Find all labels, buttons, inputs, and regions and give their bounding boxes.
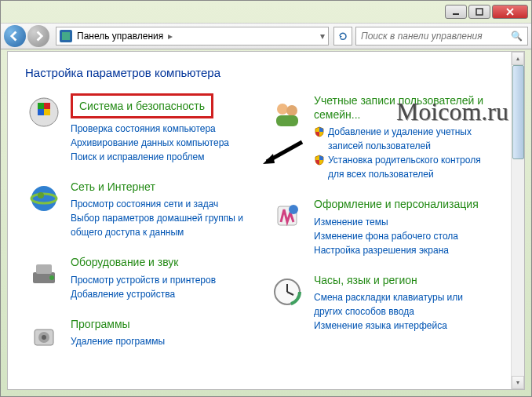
svg-point-17 xyxy=(277,104,288,115)
search-icon[interactable]: 🔍 xyxy=(511,31,523,42)
scroll-up-button[interactable]: ▴ xyxy=(512,52,524,65)
address-bar[interactable]: Панель управления ▸ ▾ xyxy=(56,27,329,46)
right-column: Учетные записи пользователей и семейн...… xyxy=(268,93,488,370)
forward-button[interactable] xyxy=(27,25,49,47)
category-sublink[interactable]: Настройка разрешения экрана xyxy=(314,243,488,257)
search-bar[interactable]: 🔍 xyxy=(355,27,528,46)
category: ПрограммыУдаление программы xyxy=(25,317,245,355)
category-icon xyxy=(25,93,63,131)
category-sublink[interactable]: Изменение темы xyxy=(314,215,488,229)
minimize-button[interactable] xyxy=(445,5,467,19)
category-icon xyxy=(25,180,63,217)
category-title[interactable]: Оформление и персонализация xyxy=(314,197,488,211)
breadcrumb[interactable]: Панель управления xyxy=(77,31,163,42)
svg-rect-2 xyxy=(62,32,70,40)
category-sublink[interactable]: Добавление и удаление учетных записей по… xyxy=(314,125,488,153)
category-icon xyxy=(268,273,306,311)
breadcrumb-separator: ▸ xyxy=(168,31,173,42)
category-sublink[interactable]: Изменение фона рабочего стола xyxy=(314,229,488,243)
category-title[interactable]: Система и безопасность xyxy=(71,93,213,118)
svg-rect-12 xyxy=(36,264,52,274)
close-button[interactable] xyxy=(492,5,528,19)
category-sublink[interactable]: Смена раскладки клавиатуры или других сп… xyxy=(314,290,488,319)
left-column: Система и безопасностьПроверка состояния… xyxy=(25,93,245,370)
category-sublink[interactable]: Выбор параметров домашней группы и общег… xyxy=(71,211,245,239)
svg-rect-6 xyxy=(44,109,50,115)
svg-point-8 xyxy=(31,186,56,211)
category-sublink[interactable]: Поиск и исправление проблем xyxy=(71,150,245,164)
category-title[interactable]: Учетные записи пользователей и семейн... xyxy=(314,93,488,122)
explorer-window: Панель управления ▸ ▾ 🔍 Moicom.ru Настро… xyxy=(0,0,532,397)
svg-point-13 xyxy=(49,275,54,280)
svg-point-18 xyxy=(286,105,297,116)
svg-point-10 xyxy=(38,192,44,198)
category: Оборудование и звукПросмотр устройств и … xyxy=(25,255,245,300)
scroll-thumb[interactable] xyxy=(512,65,524,159)
svg-rect-7 xyxy=(38,109,44,115)
refresh-button[interactable] xyxy=(333,27,352,46)
dropdown-icon[interactable]: ▾ xyxy=(320,31,325,42)
category-sublink[interactable]: Изменение языка интерфейса xyxy=(314,319,488,333)
svg-rect-5 xyxy=(38,103,44,109)
category: Оформление и персонализацияИзменение тем… xyxy=(268,197,488,257)
svg-rect-1 xyxy=(476,9,483,15)
category: Часы, язык и регионСмена раскладки клави… xyxy=(268,273,488,333)
category-icon xyxy=(268,197,306,235)
category: Учетные записи пользователей и семейн...… xyxy=(268,93,488,181)
scrollbar[interactable]: ▴ ▾ xyxy=(511,52,524,389)
category-title[interactable]: Часы, язык и регион xyxy=(314,273,488,287)
category-sublink[interactable]: Проверка состояния компьютера xyxy=(71,122,245,136)
back-button[interactable] xyxy=(4,25,26,47)
category-title[interactable]: Программы xyxy=(71,317,245,331)
category-icon xyxy=(268,93,306,131)
category-icon xyxy=(25,317,63,355)
svg-rect-19 xyxy=(276,115,298,126)
category-sublink[interactable]: Просмотр устройств и принтеров xyxy=(71,273,245,287)
category-sublink[interactable]: Просмотр состояния сети и задач xyxy=(71,197,245,211)
category: Система и безопасностьПроверка состояния… xyxy=(25,93,245,164)
maximize-button[interactable] xyxy=(468,5,490,19)
category-icon xyxy=(25,255,63,293)
content-pane: Moicom.ru Настройка параметров компьютер… xyxy=(7,51,525,390)
navbar: Панель управления ▸ ▾ 🔍 xyxy=(1,23,531,49)
page-title: Настройка параметров компьютера xyxy=(25,66,507,79)
category-sublink[interactable]: Добавление устройства xyxy=(71,287,245,301)
category: Сеть и ИнтернетПросмотр состояния сети и… xyxy=(25,180,245,239)
category-sublink[interactable]: Архивирование данных компьютера xyxy=(71,136,245,150)
svg-point-16 xyxy=(42,335,46,340)
svg-point-21 xyxy=(289,205,298,214)
category-sublink[interactable]: Установка родительского контроля для все… xyxy=(314,153,488,181)
svg-rect-0 xyxy=(453,13,459,15)
category-title[interactable]: Оборудование и звук xyxy=(71,255,245,269)
titlebar xyxy=(1,1,531,23)
scroll-down-button[interactable]: ▾ xyxy=(512,376,524,389)
category-title[interactable]: Сеть и Интернет xyxy=(71,180,245,194)
search-input[interactable] xyxy=(361,31,511,42)
control-panel-icon xyxy=(60,30,72,42)
category-sublink[interactable]: Удаление программы xyxy=(71,334,245,348)
